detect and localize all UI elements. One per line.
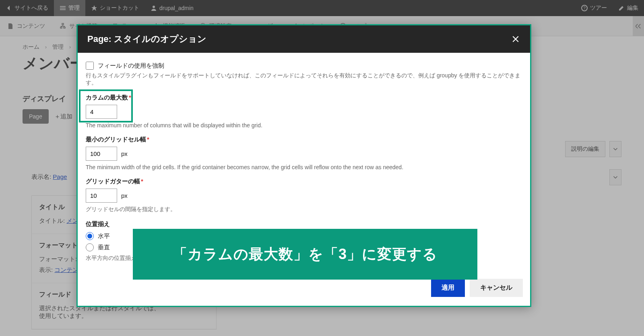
gutter-width-help: グリッドセルの間隔を指定します。 [86,206,522,213]
alignment-legend: 位置揃え [86,220,522,228]
max-columns-help: The maximum number of columns that will … [86,122,522,129]
modal-title: Page: スタイルのオプション [87,33,206,45]
gutter-width-label: グリッドガターの幅* [86,178,522,185]
min-cell-width-input[interactable] [86,147,117,161]
instruction-text: 「カラムの最大数」を「3」に変更する [173,245,438,264]
min-cell-width-label: 最小のグリッドセル幅* [86,136,522,143]
gutter-width-input[interactable] [86,189,117,203]
max-columns-input[interactable] [86,105,117,119]
cancel-button[interactable]: キャンセル [470,279,523,297]
modal-close-button[interactable] [511,34,520,44]
force-fields-checkbox[interactable] [86,62,94,70]
max-columns-group: カラムの最大数* The maximum number of columns t… [86,94,522,129]
force-fields-label: フィールドの使用を強制 [98,62,164,70]
force-fields-desc: 行もスタイルプラグインもフィールドをサポートしていなければ、このフィールドによっ… [86,72,522,87]
alignment-vertical-label: 垂直 [98,244,110,251]
instruction-banner: 「カラムの最大数」を「3」に変更する [133,229,477,280]
alignment-horizontal-radio[interactable] [86,232,94,240]
alignment-vertical-radio[interactable] [86,243,94,251]
gutter-width-group: グリッドガターの幅* px グリッドセルの間隔を指定します。 [86,178,522,213]
alignment-horizontal-label: 水平 [98,232,110,240]
force-fields-row: フィールドの使用を強制 [86,62,522,70]
close-icon [512,35,519,43]
max-columns-label: カラムの最大数* [86,94,522,102]
unit-px: px [121,150,128,157]
apply-button[interactable]: 適用 [431,279,465,297]
unit-px: px [121,192,128,199]
min-cell-width-help: The minimum width of the grid cells. If … [86,164,522,170]
min-cell-width-group: 最小のグリッドセル幅* px The minimum width of the … [86,136,522,170]
modal-titlebar: Page: スタイルのオプション [78,25,530,53]
